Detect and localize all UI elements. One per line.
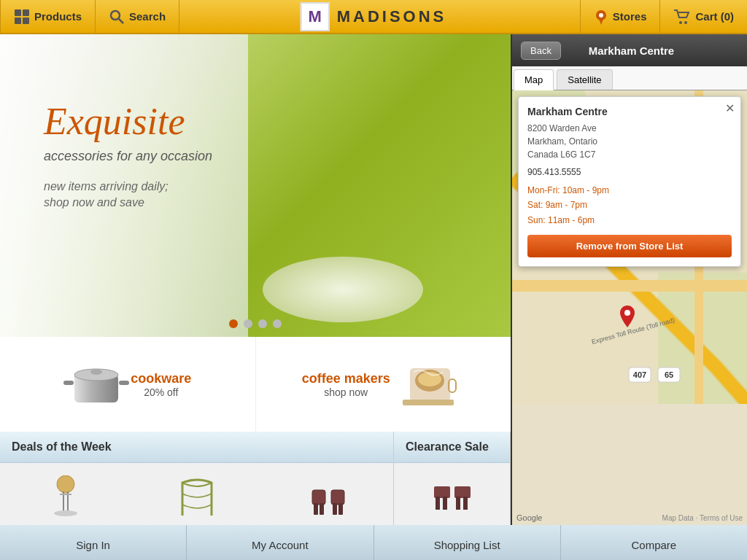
tab-map[interactable]: Map bbox=[514, 69, 554, 90]
dot-4[interactable] bbox=[273, 319, 282, 328]
svg-point-9 bbox=[679, 21, 682, 24]
deals-of-week-panel: Deals of the Week Cocktail Table bbox=[0, 432, 394, 525]
clearance-img-1 bbox=[400, 472, 504, 523]
clearance-items: Patio Set bbox=[394, 463, 510, 525]
cart-button[interactable]: Cart (0) bbox=[659, 0, 747, 34]
svg-point-26 bbox=[54, 510, 77, 516]
dot-1[interactable] bbox=[229, 319, 238, 328]
map-titlebar: Back Markham Centre bbox=[512, 34, 747, 66]
remove-from-store-button[interactable]: Remove from Store List bbox=[527, 235, 732, 257]
map-back-button[interactable]: Back bbox=[521, 42, 561, 60]
dot-2[interactable] bbox=[244, 319, 252, 328]
svg-rect-16 bbox=[119, 381, 129, 385]
svg-rect-38 bbox=[463, 497, 468, 510]
svg-rect-25 bbox=[60, 494, 71, 495]
hours-mf: Mon-Fri: 10am - 9pm bbox=[527, 185, 609, 195]
clearance-item-1[interactable]: Patio Set bbox=[394, 463, 510, 525]
search-icon bbox=[109, 9, 125, 25]
svg-text:65: 65 bbox=[665, 370, 673, 379]
cookware-image bbox=[63, 359, 122, 410]
myaccount-button[interactable]: My Account bbox=[187, 525, 374, 560]
store-info-popup: ✕ Markham Centre 8200 Warden Ave Markham… bbox=[518, 96, 741, 267]
svg-point-14 bbox=[90, 369, 102, 375]
shopping-list-button[interactable]: Shopping List bbox=[374, 525, 561, 560]
hero-dots bbox=[229, 319, 282, 328]
svg-rect-30 bbox=[331, 490, 344, 505]
grid-icon bbox=[14, 9, 30, 25]
cookware-title: cookware bbox=[131, 371, 191, 386]
svg-rect-15 bbox=[63, 381, 74, 385]
products-button[interactable]: Products bbox=[0, 0, 96, 34]
map-panel-title: Markham Centre bbox=[561, 44, 702, 57]
svg-rect-37 bbox=[456, 497, 460, 510]
search-button[interactable]: Search bbox=[96, 0, 179, 34]
svg-rect-35 bbox=[436, 497, 440, 510]
deal-img-3 bbox=[268, 472, 387, 523]
header-right-nav: Stores Cart (0) bbox=[580, 0, 747, 34]
compare-button[interactable]: Compare bbox=[561, 525, 747, 560]
header-left-nav: Products Search bbox=[0, 0, 179, 34]
popup-close-button[interactable]: ✕ bbox=[725, 101, 735, 115]
hero-text-block: Exquisite accessories for any occasion n… bbox=[44, 100, 212, 211]
svg-rect-34 bbox=[454, 486, 471, 498]
store-popup-name: Markham Centre bbox=[527, 106, 732, 117]
cookware-text: cookware 20% off bbox=[131, 371, 191, 398]
svg-point-7 bbox=[599, 13, 603, 18]
cart-icon bbox=[673, 9, 691, 25]
deal-item-1[interactable]: Cocktail Table bbox=[0, 463, 131, 525]
svg-rect-28 bbox=[314, 503, 318, 515]
map-tab-bar: Map Satellite bbox=[512, 66, 747, 90]
cookware-strip-item[interactable]: cookware 20% off bbox=[0, 337, 256, 432]
svg-rect-29 bbox=[320, 503, 324, 515]
deals-header: Deals of the Week bbox=[0, 432, 393, 463]
addr-line2: Markham, Ontario bbox=[527, 136, 597, 147]
footer-buttons: Sign In My Account Shopping List Compare bbox=[0, 525, 747, 560]
svg-rect-42 bbox=[512, 280, 747, 292]
svg-point-4 bbox=[111, 11, 120, 20]
deals-section: Deals of the Week Cocktail Table bbox=[0, 432, 511, 525]
stores-label: Stores bbox=[613, 10, 647, 23]
svg-rect-21 bbox=[403, 400, 454, 405]
store-popup-address: 8200 Warden Ave Markham, Ontario Canada … bbox=[527, 122, 732, 161]
deal-img-2 bbox=[137, 472, 256, 523]
svg-point-22 bbox=[57, 475, 74, 493]
svg-rect-3 bbox=[23, 18, 29, 24]
dot-3[interactable] bbox=[258, 319, 267, 328]
svg-marker-8 bbox=[599, 19, 603, 25]
product-strip: cookware 20% off coffee makers shop now bbox=[0, 337, 511, 432]
signin-button[interactable]: Sign In bbox=[0, 525, 187, 560]
deal-img-1 bbox=[6, 472, 125, 523]
addr-line1: 8200 Warden Ave bbox=[527, 123, 597, 133]
svg-rect-2 bbox=[15, 18, 21, 24]
map-visual: 407 65 Express Toll Route (Toll road) 🚶 … bbox=[512, 90, 747, 525]
cookware-sub: 20% off bbox=[131, 386, 191, 398]
footer: Sign In My Account Shopping List Compare… bbox=[0, 525, 747, 560]
map-terms: Map Data · Terms of Use bbox=[662, 514, 743, 522]
coffee-strip-item[interactable]: coffee makers shop now bbox=[256, 337, 511, 432]
svg-rect-31 bbox=[333, 503, 337, 515]
map-overlay-panel: Back Markham Centre Map Satellite bbox=[511, 34, 747, 525]
deals-items: Cocktail Table Garden Arch bbox=[0, 463, 393, 525]
main-content: Exquisite accessories for any occasion n… bbox=[0, 34, 747, 525]
hero-banner: Exquisite accessories for any occasion n… bbox=[0, 34, 511, 337]
logo-icon: M bbox=[301, 2, 330, 31]
svg-rect-36 bbox=[443, 497, 447, 510]
deal-item-3[interactable]: Patio Chairs bbox=[263, 463, 393, 525]
header-logo: M MADISONS bbox=[301, 2, 447, 31]
hero-subtitle: accessories for any occasion bbox=[44, 149, 212, 164]
svg-rect-1 bbox=[23, 9, 29, 16]
coffee-image bbox=[399, 357, 465, 411]
store-hours: Mon-Fri: 10am - 9pm Sat: 9am - 7pm Sun: … bbox=[527, 183, 732, 228]
tab-satellite[interactable]: Satellite bbox=[557, 69, 612, 90]
products-label: Products bbox=[34, 10, 82, 23]
svg-point-49 bbox=[624, 310, 630, 316]
coffee-text: coffee makers shop now bbox=[302, 371, 390, 398]
svg-text:407: 407 bbox=[633, 370, 646, 379]
hero-title: Exquisite bbox=[44, 100, 212, 143]
addr-line3: Canada L6G 1C7 bbox=[527, 149, 595, 160]
hero-visual bbox=[248, 34, 511, 337]
svg-rect-27 bbox=[312, 490, 325, 505]
stores-button[interactable]: Stores bbox=[580, 0, 660, 34]
deal-item-2[interactable]: Garden Arch bbox=[131, 463, 263, 525]
svg-line-5 bbox=[119, 19, 123, 23]
